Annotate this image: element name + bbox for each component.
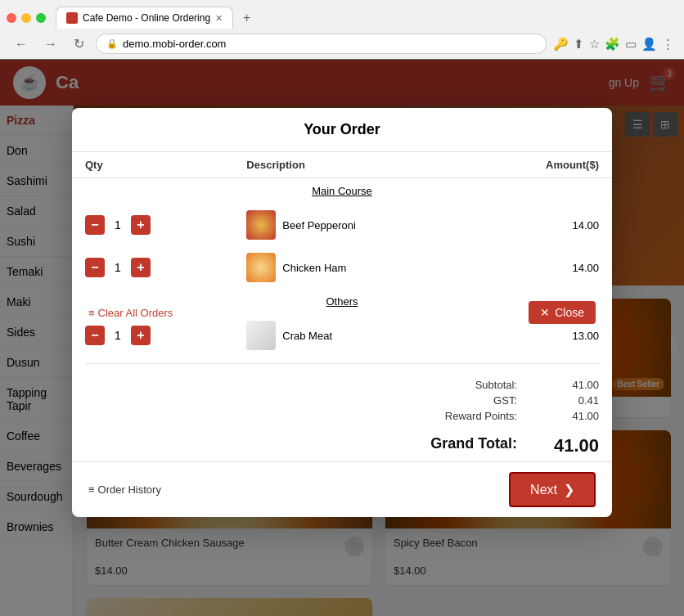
reward-points-row: Reward Points: 41.00 [85,408,599,424]
qty-cell: − 1 + [72,314,233,357]
subtotal-row: Subtotal: 41.00 [85,377,599,393]
qty-value: 1 [110,261,126,274]
key-icon: 🔑 [553,37,569,52]
modal-header: ≡ Clear All Orders Your Order ✕ Close [72,108,612,152]
modal-footer: ≡ Order History Next ❯ [72,461,612,517]
minimize-window-button[interactable] [21,13,31,23]
description-column-header: Description [233,152,472,178]
reward-points-label: Reward Points: [419,410,517,422]
address-bar[interactable]: 🔒 demo.mobi-order.com [96,34,547,54]
amount-cell: 14.00 [472,204,612,246]
grand-total-label: Grand Total: [419,435,517,456]
nav-icons: 🔑 ⬆ ☆ 🧩 ▭ 👤 ⋮ [553,37,674,52]
subtotal-value: 41.00 [550,379,599,391]
maximize-window-button[interactable] [36,13,46,23]
item-thumbnail [246,321,276,350]
browser-chrome: Cafe Demo - Online Ordering ✕ + ← → ↻ 🔒 … [0,0,684,60]
table-row: − 1 + Chicken Ham 14.00 [72,246,612,289]
order-history-button[interactable]: ≡ Order History [88,483,161,496]
back-button[interactable]: ← [10,35,33,53]
amount-cell: 14.00 [472,246,612,289]
qty-control: − 1 + [85,215,220,235]
tab-favicon [66,12,78,24]
table-row: − 1 + Beef Pepperoni 14.00 [72,204,612,246]
next-label: Next [530,483,557,497]
nav-bar: ← → ↻ 🔒 demo.mobi-order.com 🔑 ⬆ ☆ 🧩 ▭ 👤 … [0,29,684,59]
clear-all-orders-button[interactable]: ≡ Clear All Orders [88,307,173,319]
modal-title: Your Order [88,121,596,138]
grand-total-row: Grand Total: 41.00 [72,430,612,461]
order-history-label: Order History [98,483,161,496]
description-cell: Chicken Ham [233,246,472,289]
grand-total-value: 41.00 [550,435,599,456]
extensions-icon[interactable]: 🧩 [605,37,620,52]
next-arrow-icon: ❯ [564,482,574,497]
clear-all-label: Clear All Orders [98,307,173,319]
qty-control: − 1 + [85,326,220,345]
subtotal-label: Subtotal: [419,379,517,391]
item-name: Chicken Ham [282,262,346,274]
description-cell: Beef Pepperoni [233,204,472,246]
increase-qty-button[interactable]: + [131,326,151,345]
new-tab-button[interactable]: + [236,7,257,29]
sidebar-toggle-icon[interactable]: ▭ [625,37,637,52]
item-thumbnail [246,210,276,240]
url-text: demo.mobi-order.com [123,38,226,50]
gst-value: 0.41 [550,394,599,407]
item-thumbnail [246,253,276,282]
tab-close-button[interactable]: ✕ [215,13,223,24]
close-icon: ✕ [540,306,550,319]
table-header-row: Qty Description Amount($) [72,152,612,178]
main-course-section-header: Main Course [72,178,612,205]
decrease-qty-button[interactable]: − [85,326,105,345]
order-table: Qty Description Amount($) Main Course − … [72,152,612,357]
traffic-lights [7,13,46,23]
tab-bar: Cafe Demo - Online Ordering ✕ + [0,0,684,29]
qty-value: 1 [110,218,126,232]
close-window-button[interactable] [7,13,16,23]
bookmark-icon[interactable]: ☆ [589,37,600,52]
qty-cell: − 1 + [72,246,233,289]
tab-title: Cafe Demo - Online Ordering [83,12,210,24]
gst-row: GST: 0.41 [85,393,599,408]
description-cell: Crab Meat [233,314,472,357]
decrease-qty-button[interactable]: − [85,258,105,277]
close-modal-button[interactable]: ✕ Close [529,301,596,324]
qty-column-header: Qty [72,152,233,178]
refresh-button[interactable]: ↻ [69,34,89,53]
gst-label: GST: [419,394,517,407]
decrease-qty-button[interactable]: − [85,215,105,235]
reward-points-value: 41.00 [550,410,599,422]
order-modal: ≡ Clear All Orders Your Order ✕ Close Qt… [72,108,612,517]
forward-button[interactable]: → [39,35,62,53]
divider [85,363,599,364]
close-label: Close [555,306,584,319]
lock-icon: 🔒 [106,38,118,49]
qty-value: 1 [110,329,126,342]
qty-control: − 1 + [85,258,220,277]
profile-icon[interactable]: 👤 [641,37,657,52]
item-name: Beef Pepperoni [282,219,356,232]
next-button[interactable]: Next ❯ [509,472,596,507]
list-icon: ≡ [88,307,95,319]
section-header-row: Main Course [72,178,612,205]
item-name: Crab Meat [282,330,332,342]
share-icon[interactable]: ⬆ [574,37,584,52]
increase-qty-button[interactable]: + [131,215,151,235]
list-icon: ≡ [88,483,95,496]
increase-qty-button[interactable]: + [131,258,151,277]
qty-cell: − 1 + [72,204,233,246]
menu-icon[interactable]: ⋮ [662,37,674,52]
amount-column-header: Amount($) [472,152,612,178]
modal-overlay: ≡ Clear All Orders Your Order ✕ Close Qt… [0,59,684,616]
totals-section: Subtotal: 41.00 GST: 0.41 Reward Points:… [72,371,612,430]
active-tab[interactable]: Cafe Demo - Online Ordering ✕ [56,7,233,29]
